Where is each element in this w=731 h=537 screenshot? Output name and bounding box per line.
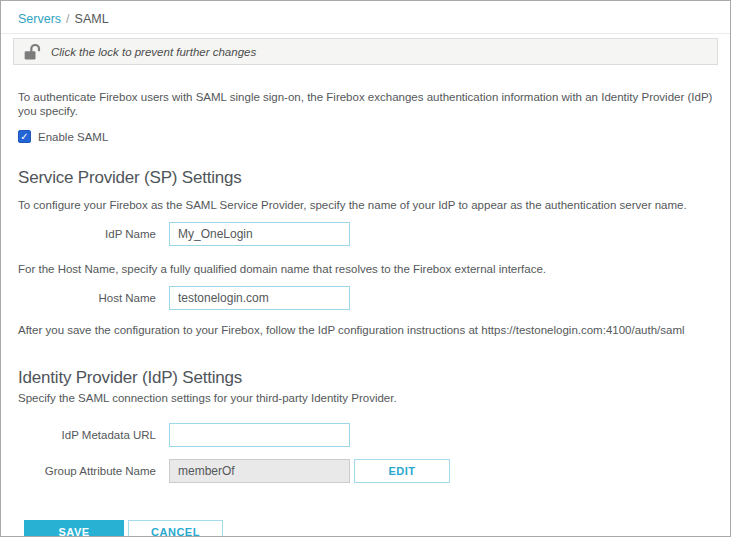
post-save-note: After you save the configuration to your… bbox=[18, 323, 713, 337]
breadcrumb-current-saml: SAML bbox=[75, 12, 109, 26]
idp-metadata-url-input[interactable] bbox=[169, 423, 350, 447]
host-name-note: For the Host Name, specify a fully quali… bbox=[18, 262, 713, 276]
enable-saml-checkbox-row[interactable]: ✓ Enable SAML bbox=[18, 130, 713, 143]
breadcrumb-separator: / bbox=[66, 12, 69, 26]
group-attribute-name-input bbox=[169, 459, 350, 483]
save-button[interactable]: SAVE bbox=[24, 520, 124, 537]
host-name-input[interactable] bbox=[169, 286, 350, 310]
sp-section-description: To configure your Firebox as the SAML Se… bbox=[18, 198, 713, 212]
group-attribute-name-label: Group Attribute Name bbox=[18, 465, 156, 477]
intro-text: To authenticate Firebox users with SAML … bbox=[18, 90, 713, 118]
idp-section-title: Identity Provider (IdP) Settings bbox=[18, 368, 713, 388]
idp-name-field-row: IdP Name bbox=[18, 222, 713, 246]
saml-settings-page: Servers/SAML Click the lock to prevent f… bbox=[0, 0, 731, 537]
lock-bar[interactable]: Click the lock to prevent further change… bbox=[13, 38, 718, 65]
breadcrumb: Servers/SAML bbox=[1, 1, 730, 34]
sp-section-title: Service Provider (SP) Settings bbox=[18, 168, 713, 188]
host-name-field-row: Host Name bbox=[18, 286, 713, 310]
idp-section-description: Specify the SAML connection settings for… bbox=[18, 391, 713, 405]
enable-saml-checkbox[interactable]: ✓ bbox=[18, 130, 31, 143]
enable-saml-label: Enable SAML bbox=[38, 131, 108, 143]
cancel-button[interactable]: CANCEL bbox=[128, 520, 223, 537]
breadcrumb-link-servers[interactable]: Servers bbox=[18, 12, 61, 26]
group-attribute-field-row: Group Attribute Name EDIT bbox=[18, 459, 713, 483]
content-area: To authenticate Firebox users with SAML … bbox=[1, 90, 730, 483]
actions-row: SAVE CANCEL bbox=[24, 520, 730, 537]
idp-name-input[interactable] bbox=[169, 222, 350, 246]
idp-metadata-url-field-row: IdP Metadata URL bbox=[18, 423, 713, 447]
lock-bar-message: Click the lock to prevent further change… bbox=[51, 46, 256, 58]
idp-name-label: IdP Name bbox=[18, 228, 156, 240]
edit-group-attribute-button[interactable]: EDIT bbox=[354, 459, 450, 483]
host-name-label: Host Name bbox=[18, 292, 156, 304]
idp-metadata-url-label: IdP Metadata URL bbox=[18, 429, 156, 441]
unlocked-padlock-icon[interactable] bbox=[23, 42, 43, 62]
